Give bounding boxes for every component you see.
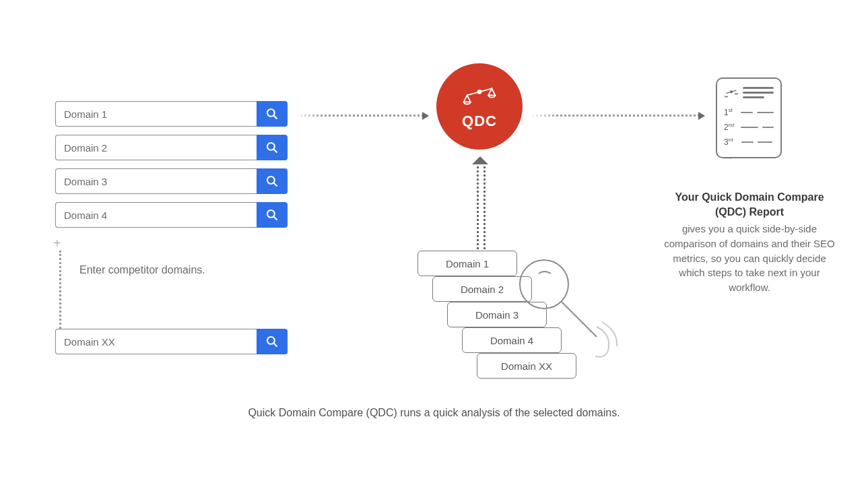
svg-point-11 — [478, 90, 481, 94]
domain-input-4[interactable]: Domain 4 — [55, 202, 257, 228]
stack-card: Domain 2 — [432, 276, 532, 302]
stack-card: Domain 1 — [418, 251, 517, 276]
search-icon — [265, 335, 279, 348]
svg-line-3 — [274, 150, 277, 153]
arrow-up-head-icon — [472, 156, 488, 164]
search-button[interactable] — [257, 168, 288, 194]
flow-arrow-up — [483, 162, 486, 249]
vertical-dots-connector — [59, 251, 61, 329]
stack-card: Domain 3 — [447, 302, 547, 327]
rank-label: 1st — [724, 107, 737, 117]
report-description: gives you a quick side-by-side compariso… — [661, 222, 838, 295]
qdc-label: QDC — [462, 113, 497, 130]
search-button[interactable] — [257, 101, 288, 127]
report-illustration: ⋯ 1st 2nd 3rd … — [716, 77, 782, 158]
search-icon — [265, 141, 279, 154]
svg-line-13 — [562, 302, 597, 337]
domain-row: Domain 4 — [55, 202, 288, 228]
svg-point-2 — [267, 143, 275, 150]
domain-inputs-panel: Domain 1 Domain 2 Domain 3 Domain 4 + En… — [55, 101, 288, 362]
domain-row: Domain XX — [55, 329, 288, 354]
flow-arrow-left — [296, 115, 428, 117]
svg-line-5 — [274, 183, 277, 187]
svg-line-1 — [274, 116, 277, 119]
search-button[interactable] — [257, 329, 288, 354]
domain-input-3[interactable]: Domain 3 — [55, 168, 257, 194]
svg-point-0 — [267, 109, 275, 117]
report-description-block: Your Quick Domain Compare (QDC) Report g… — [661, 190, 838, 295]
search-button[interactable] — [257, 135, 288, 160]
scales-icon — [461, 83, 498, 110]
domain-input-2[interactable]: Domain 2 — [55, 135, 257, 160]
search-icon — [265, 107, 279, 121]
domain-row: Domain 2 — [55, 135, 288, 160]
svg-point-6 — [267, 210, 275, 218]
rank-label: 2nd — [724, 122, 737, 132]
svg-point-4 — [267, 177, 275, 184]
search-icon — [265, 174, 279, 188]
rank-label: 3rd — [724, 137, 737, 147]
qdc-badge: QDC — [436, 63, 523, 150]
add-domain-icon[interactable]: + — [53, 236, 61, 251]
svg-point-8 — [267, 337, 275, 344]
ellipsis-icon: … — [724, 152, 774, 161]
scales-icon — [724, 88, 739, 100]
search-button[interactable] — [257, 202, 288, 228]
domain-row: Domain 3 — [55, 168, 288, 194]
kebab-dots-icon: ⋯ — [764, 83, 775, 94]
search-icon — [265, 208, 279, 222]
stack-card: Domain 4 — [462, 327, 562, 353]
analysis-caption: Quick Domain Compare (QDC) runs a quick … — [0, 407, 868, 419]
flow-arrow-up — [477, 162, 479, 249]
domain-row: Domain 1 — [55, 101, 288, 127]
stack-card: Domain XX — [477, 353, 576, 379]
domain-input-xx[interactable]: Domain XX — [55, 329, 257, 354]
instruction-text: Enter competitor domains. — [79, 264, 205, 276]
report-title: Your Quick Domain Compare (QDC) Report — [661, 190, 838, 219]
svg-line-7 — [274, 217, 277, 220]
domain-input-1[interactable]: Domain 1 — [55, 101, 257, 127]
flow-arrow-right — [532, 115, 704, 117]
svg-line-9 — [274, 344, 277, 347]
